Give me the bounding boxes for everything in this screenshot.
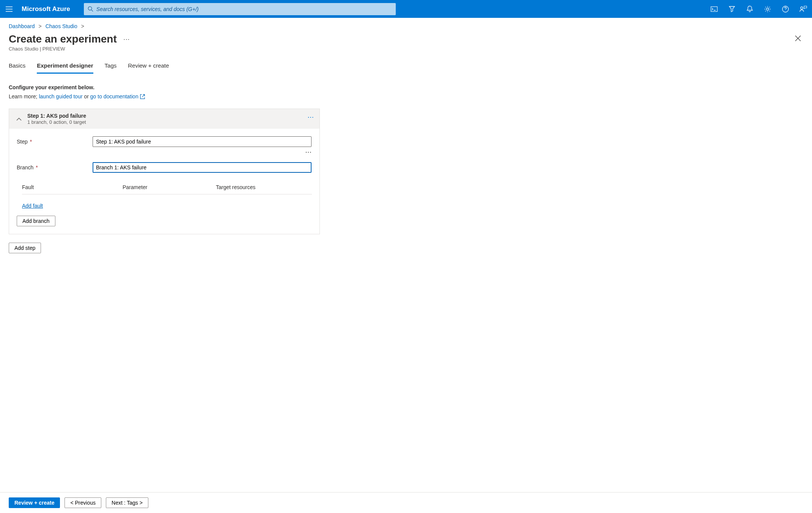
tab-basics[interactable]: Basics [9,62,25,74]
add-branch-button[interactable]: Add branch [17,216,55,226]
chevron-right-icon: > [39,23,42,29]
settings-button[interactable] [758,0,776,18]
branch-table-header: Fault Parameter Target resources [22,180,312,194]
tab-tags[interactable]: Tags [105,62,117,74]
intro-learn-more: Learn more; launch guided tour or go to … [9,93,803,100]
step-header-title: Step 1: AKS pod failure [27,113,86,119]
person-feedback-icon [799,6,807,13]
step-header-subtitle: 1 branch, 0 action, 0 target [27,119,86,125]
brand-label[interactable]: Microsoft Azure [18,5,81,13]
step-name-row: Step * [17,136,312,147]
content-area: Dashboard > Chaos Studio > Create an exp… [0,18,812,253]
intro-heading: Configure your experiment below. [9,84,803,90]
close-button[interactable] [793,33,803,45]
add-step-button[interactable]: Add step [9,243,41,253]
step-card: Step 1: AKS pod failure 1 branch, 0 acti… [9,109,320,234]
cloud-shell-icon [711,6,718,12]
title-bar: Create an experiment ··· Chaos Studio | … [9,33,803,52]
breadcrumb-item-chaos-studio[interactable]: Chaos Studio [46,23,77,29]
notifications-button[interactable] [741,0,758,18]
hamburger-menu-button[interactable] [0,0,18,18]
global-search[interactable] [84,3,396,15]
feedback-button[interactable] [794,0,812,18]
svg-point-0 [88,6,91,10]
intro-prefix: Learn more; [9,93,39,99]
help-icon [782,6,789,13]
page-title: Create an experiment [9,33,117,45]
breadcrumb: Dashboard > Chaos Studio > [9,23,803,29]
add-fault-link[interactable]: Add fault [22,203,43,209]
topbar-icon-row [705,0,812,18]
close-icon [795,35,801,41]
page-subtitle: Chaos Studio | PREVIEW [9,46,130,52]
cloud-shell-button[interactable] [705,0,723,18]
add-fault-row: Add fault [22,203,312,209]
gear-icon [764,6,771,13]
chevron-right-icon: > [81,23,84,29]
breadcrumb-item-dashboard[interactable]: Dashboard [9,23,35,29]
svg-rect-1 [711,6,717,11]
hamburger-icon [6,6,13,12]
step-label: Step * [17,139,93,145]
branch-table: Fault Parameter Target resources [22,180,312,194]
col-target-resources: Target resources [216,184,312,190]
tab-review-create[interactable]: Review + create [128,62,169,74]
documentation-link[interactable]: go to documentation [90,93,145,99]
col-parameter: Parameter [123,184,216,190]
tab-bar: Basics Experiment designer Tags Review +… [9,62,803,74]
chevron-up-icon [16,117,22,121]
tab-experiment-designer[interactable]: Experiment designer [37,62,93,74]
intro-section: Configure your experiment below. Learn m… [9,84,803,100]
branch-name-input[interactable] [93,162,312,173]
branch-name-row: ··· Branch * [17,162,312,173]
filter-icon [729,6,735,13]
bell-icon [747,6,753,13]
top-bar: Microsoft Azure [0,0,812,18]
svg-point-4 [801,7,803,9]
title-more-button[interactable]: ··· [124,36,130,42]
step-body: Step * ··· Branch * Fault Parameter Targ… [9,129,319,234]
intro-sep: or [83,93,90,99]
launch-guided-tour-link[interactable]: launch guided tour [39,93,82,99]
search-icon [88,6,93,12]
global-search-input[interactable] [96,6,392,12]
directory-filter-button[interactable] [723,0,741,18]
step-more-button[interactable]: ··· [308,114,314,120]
external-link-icon [140,94,145,100]
step-collapse-toggle[interactable] [14,114,24,123]
branch-more-button[interactable]: ··· [305,149,312,155]
svg-point-2 [766,8,769,10]
help-button[interactable] [776,0,794,18]
step-name-input[interactable] [93,136,312,147]
step-header: Step 1: AKS pod failure 1 branch, 0 acti… [9,109,319,129]
col-fault: Fault [22,184,123,190]
branch-label: Branch * [17,164,93,170]
